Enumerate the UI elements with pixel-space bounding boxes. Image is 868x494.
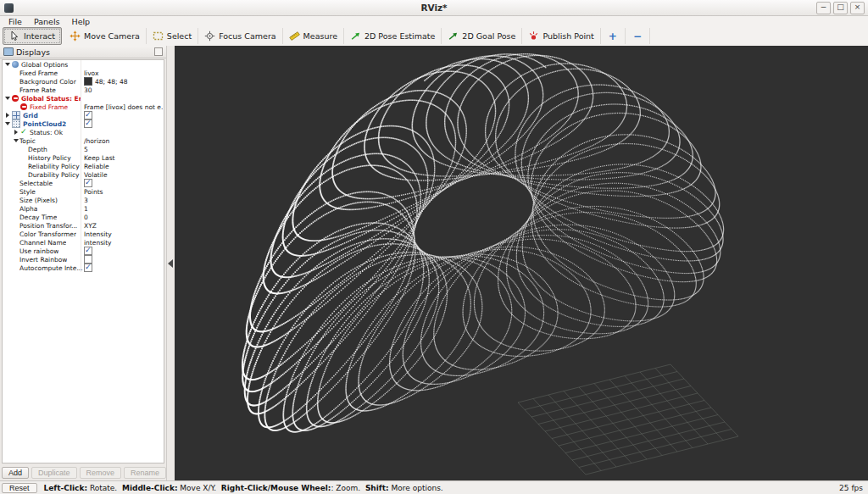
property-value[interactable]: 3 [81, 196, 163, 204]
tool-focus-camera[interactable]: Focus Camera [198, 28, 282, 44]
remove-tool-button[interactable]: − [626, 28, 650, 44]
expander-spacer [13, 264, 19, 271]
tree-row[interactable]: Global Status: Error [3, 94, 164, 103]
tree-row[interactable]: Invert Rainbow [3, 255, 164, 264]
collapse-arrow-icon[interactable] [13, 137, 19, 144]
property-value[interactable] [81, 247, 163, 255]
minimize-button[interactable]: − [816, 2, 831, 14]
tree-row[interactable]: Alpha1 [3, 204, 164, 213]
collapse-arrow-icon[interactable] [4, 120, 11, 127]
tree-row[interactable]: Depth5 [3, 145, 164, 153]
property-value[interactable]: Points [81, 187, 163, 196]
property-value[interactable] [81, 119, 163, 128]
error-icon [20, 103, 27, 110]
property-value[interactable]: /horizon [81, 136, 163, 145]
property-name: PointCloud2 [23, 120, 66, 128]
expand-arrow-icon[interactable] [13, 129, 19, 136]
tree-row[interactable]: Frame Rate30 [3, 86, 164, 94]
property-value[interactable]: 48; 48; 48 [81, 77, 163, 86]
tool-select[interactable]: Select [147, 28, 198, 44]
panel-splitter[interactable] [167, 46, 175, 481]
tree-row[interactable]: Size (Pixels)3 [3, 196, 164, 204]
tree-row[interactable]: Fixed FrameFrame [livox] does not e... [3, 103, 164, 111]
collapse-arrow-icon[interactable] [4, 61, 11, 68]
property-value[interactable]: intensity [81, 238, 163, 247]
menu-help[interactable]: Help [65, 17, 96, 26]
property-value[interactable]: 5 [81, 145, 163, 153]
property-value[interactable] [81, 128, 163, 136]
property-name: Color Transformer [19, 230, 76, 238]
titlebar[interactable]: RViz* − □ × [0, 0, 868, 16]
property-value[interactable]: Volatile [81, 170, 163, 179]
property-value[interactable] [81, 60, 163, 69]
property-value[interactable]: Keep Last [81, 153, 163, 162]
add-tool-button[interactable]: + [601, 28, 626, 44]
property-value[interactable] [81, 264, 163, 272]
property-name: Size (Pixels) [19, 197, 58, 204]
property-name: Channel Name [19, 239, 66, 247]
pointcloud-canvas[interactable] [175, 46, 868, 481]
tree-row[interactable]: PointCloud2 [3, 119, 164, 128]
tree-row[interactable]: Autocompute Inte... [3, 264, 164, 272]
tool-2d-pose-estimate[interactable]: 2D Pose Estimate [344, 28, 442, 44]
property-value[interactable]: Intensity [81, 230, 163, 238]
tree-row[interactable]: Status: Ok [3, 128, 164, 136]
tool-publish-point[interactable]: Publish Point [522, 28, 600, 44]
tool-move-camera[interactable]: Move Camera [64, 28, 147, 44]
tree-row[interactable]: Use rainbow [3, 247, 164, 255]
add-button[interactable]: Add [2, 467, 29, 479]
close-button[interactable]: × [850, 2, 865, 14]
tree-row[interactable]: Channel Nameintensity [3, 238, 164, 247]
property-value[interactable]: 0 [81, 213, 163, 221]
property-value[interactable]: livox [81, 69, 163, 77]
property-name: Autocompute Inte... [19, 264, 83, 272]
property-value[interactable] [81, 179, 163, 187]
tree-row[interactable]: Fixed Framelivox [3, 69, 164, 77]
maximize-button[interactable]: □ [833, 2, 848, 14]
property-value[interactable]: Frame [livox] does not e... [81, 103, 163, 111]
hint-segment: : Zoom. [331, 484, 364, 492]
checkbox-checked[interactable] [84, 264, 92, 272]
checkbox-checked[interactable] [84, 111, 92, 119]
property-value[interactable]: 30 [81, 86, 163, 94]
expand-arrow-icon[interactable] [4, 112, 11, 119]
panel-collapse-handle[interactable] [168, 259, 173, 268]
tree-row[interactable]: Selectable [3, 179, 164, 187]
checkbox-checked[interactable] [84, 119, 92, 128]
menu-panels[interactable]: Panels [28, 17, 66, 26]
tree-row[interactable]: Durability PolicyVolatile [3, 170, 164, 179]
tool-label: Interact [24, 31, 55, 41]
checkbox-checked[interactable] [84, 247, 92, 255]
tree-row[interactable]: Color TransformerIntensity [3, 230, 164, 238]
tree-row[interactable]: Background Color48; 48; 48 [3, 77, 164, 86]
focus-camera-icon [204, 31, 215, 42]
tree-row[interactable]: History PolicyKeep Last [3, 153, 164, 162]
displays-panel-header[interactable]: Displays [0, 46, 166, 58]
reset-button[interactable]: Reset [2, 483, 37, 493]
menu-file[interactable]: File [3, 17, 28, 26]
property-value[interactable] [81, 255, 163, 264]
tree-row[interactable]: Global Options [3, 60, 164, 69]
panel-close-button[interactable] [154, 47, 163, 56]
duplicate-button: Duplicate [31, 467, 77, 479]
property-name: Global Options [21, 61, 68, 69]
tree-row[interactable]: Grid [3, 111, 164, 119]
property-value[interactable] [81, 94, 163, 103]
pointcloud-icon [12, 119, 20, 128]
tree-row[interactable]: Decay Time0 [3, 213, 164, 221]
checkbox-unchecked[interactable] [84, 255, 92, 264]
checkbox-checked[interactable] [84, 179, 92, 187]
collapse-arrow-icon[interactable] [4, 95, 11, 102]
3d-viewport[interactable] [175, 46, 868, 481]
property-value[interactable]: XYZ [81, 221, 163, 230]
property-value[interactable] [81, 111, 163, 119]
tree-row[interactable]: Topic/horizon [3, 136, 164, 145]
tree-row[interactable]: Reliability PolicyReliable [3, 162, 164, 170]
tree-row[interactable]: Position Transfor...XYZ [3, 221, 164, 230]
property-value[interactable]: Reliable [81, 162, 163, 170]
property-value[interactable]: 1 [81, 204, 163, 213]
tree-row[interactable]: StylePoints [3, 187, 164, 196]
tool-interact[interactable]: Interact [3, 27, 62, 45]
tool-measure[interactable]: Measure [283, 28, 344, 44]
tool-2d-goal-pose[interactable]: 2D Goal Pose [442, 28, 522, 44]
